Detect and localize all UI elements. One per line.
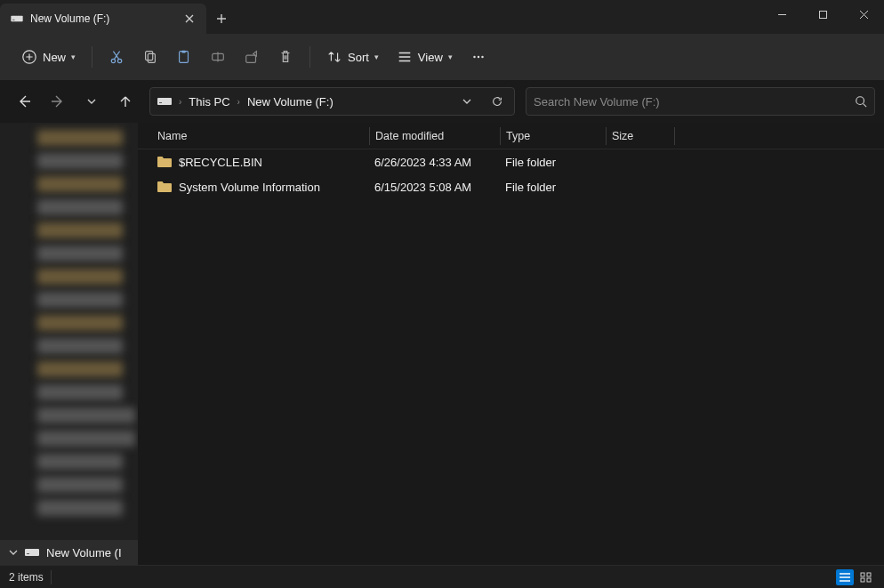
drive-icon	[11, 14, 23, 23]
thumbnails-view-icon	[860, 572, 872, 583]
sidebar-item-drive[interactable]: New Volume (I	[0, 540, 138, 565]
trash-icon	[277, 49, 293, 65]
svg-point-13	[478, 56, 480, 59]
svg-rect-0	[11, 16, 22, 22]
chevron-down-icon: ▾	[374, 52, 379, 61]
svg-rect-18	[25, 549, 39, 556]
sort-button-label: Sort	[348, 51, 369, 64]
back-button[interactable]	[9, 86, 39, 117]
column-size[interactable]: Size	[607, 130, 674, 142]
svg-point-14	[481, 56, 484, 59]
column-type[interactable]: Type	[501, 130, 606, 142]
folder-icon	[157, 156, 172, 168]
chevron-down-icon: ▾	[71, 52, 76, 61]
svg-rect-16	[159, 102, 162, 103]
svg-rect-2	[819, 11, 826, 18]
breadcrumb-this-pc[interactable]: This PC	[185, 89, 233, 114]
file-name: $RECYCLE.BIN	[179, 156, 262, 169]
chevron-down-icon: ▾	[448, 52, 453, 61]
new-tab-button[interactable]	[206, 4, 237, 34]
rename-button[interactable]	[203, 42, 233, 72]
copy-button[interactable]	[135, 42, 165, 72]
table-row[interactable]: System Volume Information6/15/2023 5:08 …	[138, 174, 884, 199]
drive-icon	[157, 96, 172, 107]
details-view-button[interactable]	[836, 569, 854, 585]
file-date: 6/15/2023 5:08 AM	[369, 181, 500, 194]
plus-circle-icon	[21, 49, 37, 65]
column-name[interactable]: Name	[152, 130, 369, 142]
chevron-right-icon[interactable]: ›	[237, 97, 240, 107]
minimize-button[interactable]	[761, 0, 802, 28]
svg-rect-8	[180, 52, 189, 63]
arrow-right-icon	[51, 94, 65, 109]
svg-rect-11	[246, 55, 256, 62]
navigation-bar: › This PC › New Volume (F:)	[0, 80, 884, 123]
search-icon[interactable]	[855, 95, 867, 108]
thumbnails-view-button[interactable]	[857, 569, 875, 585]
svg-rect-7	[148, 53, 155, 62]
refresh-button[interactable]	[484, 88, 510, 115]
recent-locations-button[interactable]	[76, 86, 107, 117]
sort-button[interactable]: Sort ▾	[319, 42, 386, 72]
active-tab[interactable]: New Volume (F:)	[0, 4, 206, 34]
close-window-button[interactable]	[843, 0, 884, 28]
arrow-up-icon	[118, 94, 133, 109]
column-date[interactable]: ⌄Date modified	[370, 130, 500, 142]
chevron-right-icon[interactable]: ›	[179, 97, 181, 107]
svg-point-17	[856, 97, 864, 105]
table-row[interactable]: $RECYCLE.BIN6/26/2023 4:33 AMFile folder	[138, 149, 884, 174]
more-icon	[470, 49, 486, 65]
titlebar: New Volume (F:)	[0, 0, 884, 34]
view-button-label: View	[418, 51, 443, 64]
file-date: 6/26/2023 4:33 AM	[369, 156, 500, 169]
share-icon	[244, 49, 260, 65]
close-tab-icon[interactable]	[183, 12, 196, 25]
new-button[interactable]: New ▾	[14, 42, 83, 72]
separator	[92, 46, 92, 68]
file-list-pane: Name ⌄Date modified Type Size $RECYCLE.B…	[138, 123, 884, 565]
tab-title: New Volume (F:)	[30, 12, 176, 25]
chevron-down-icon	[462, 97, 471, 106]
svg-rect-15	[157, 98, 172, 105]
search-input[interactable]	[534, 95, 855, 109]
svg-rect-22	[861, 578, 864, 582]
delete-button[interactable]	[270, 42, 301, 72]
drive-icon	[25, 547, 39, 558]
breadcrumb-drive-icon[interactable]	[154, 89, 175, 114]
view-button[interactable]: View ▾	[390, 42, 460, 72]
folder-icon	[157, 181, 172, 193]
copy-icon	[142, 49, 158, 65]
svg-rect-19	[27, 553, 29, 554]
separator	[309, 46, 310, 68]
address-bar[interactable]: › This PC › New Volume (F:)	[149, 87, 515, 116]
svg-point-4	[111, 59, 115, 62]
details-view-icon	[839, 572, 851, 583]
cut-button[interactable]	[101, 42, 132, 72]
refresh-icon	[491, 95, 503, 108]
svg-rect-6	[146, 52, 153, 60]
arrow-left-icon	[17, 94, 31, 109]
maximize-button[interactable]	[802, 0, 843, 28]
chevron-down-icon	[86, 96, 97, 107]
paste-button[interactable]	[169, 42, 199, 72]
search-box[interactable]	[526, 87, 875, 116]
status-item-count: 2 items	[9, 571, 44, 584]
sort-indicator-icon: ⌄	[432, 129, 438, 137]
view-icon	[397, 49, 413, 65]
share-button[interactable]	[237, 42, 267, 72]
sort-icon	[326, 49, 342, 65]
column-headers: Name ⌄Date modified Type Size	[138, 123, 884, 149]
navigation-pane[interactable]: New Volume (I	[0, 123, 138, 565]
history-dropdown[interactable]	[454, 88, 480, 115]
svg-point-12	[473, 56, 476, 59]
more-button[interactable]	[463, 42, 494, 72]
svg-rect-1	[12, 20, 15, 20]
command-bar: New ▾ Sort ▾ View ▾	[0, 34, 884, 80]
up-button[interactable]	[110, 86, 141, 117]
svg-point-5	[117, 59, 121, 62]
breadcrumb-current[interactable]: New Volume (F:)	[244, 89, 337, 114]
rename-icon	[210, 49, 226, 65]
svg-rect-9	[181, 51, 186, 53]
forward-button[interactable]	[43, 86, 73, 117]
new-button-label: New	[43, 51, 66, 64]
